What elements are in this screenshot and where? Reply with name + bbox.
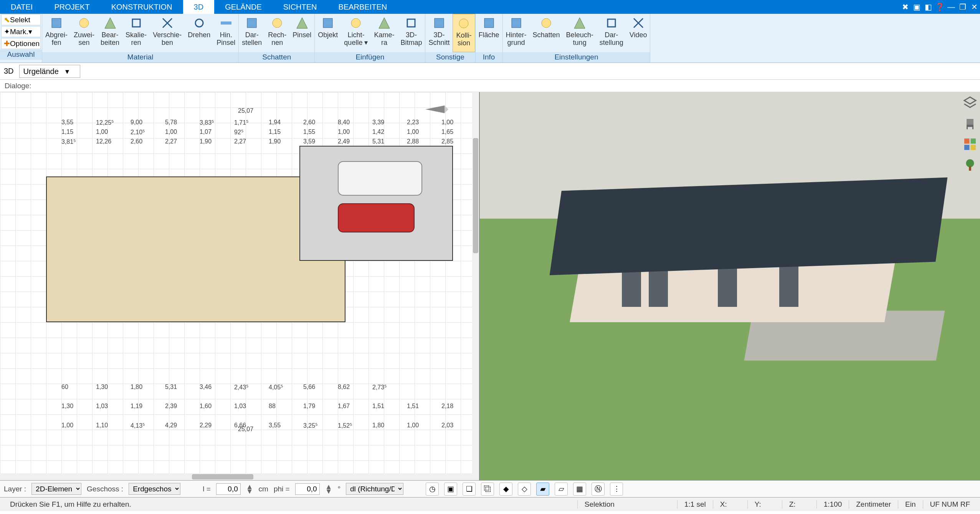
svg-rect-23 — [967, 125, 973, 127]
tree-icon[interactable] — [963, 158, 977, 172]
ribbon-icon — [295, 16, 309, 30]
floor-select[interactable]: Erdgeschos — [129, 483, 180, 495]
options-button[interactable]: ✚ Optionen — [1, 38, 41, 49]
dimension-label: 3,39 — [372, 119, 384, 126]
svg-point-1 — [79, 18, 89, 28]
dimension-label: 1,60 — [200, 403, 212, 410]
minimize-icon[interactable]: — — [945, 0, 957, 14]
view-mode-3[interactable]: ▰ — [536, 483, 549, 496]
floorplan-view[interactable]: 3,5512,25⁵9,005,783,83⁵1,71⁵1,942,608,40… — [0, 92, 480, 480]
ribbon-icon — [50, 16, 63, 30]
dimension-label: 2,27 — [234, 138, 246, 145]
ribbon-flche-button[interactable]: Fläche — [476, 14, 502, 52]
menu-tab-3d[interactable]: 3D — [183, 0, 215, 14]
camera-icon[interactable]: ▣ — [444, 483, 457, 496]
clock-icon[interactable]: ◷ — [426, 483, 439, 496]
svg-marker-18 — [574, 18, 585, 28]
tool-icon-1[interactable]: ✖ — [899, 0, 911, 14]
dimension-label: 4,05⁵ — [269, 384, 283, 391]
ribbon-group-info: Fläche Info — [476, 14, 503, 63]
dimension-label: 1,90 — [269, 138, 281, 145]
menu-tab-sichten[interactable]: SICHTEN — [273, 0, 328, 14]
menu-tab-bearbeiten[interactable]: BEARBEITEN — [328, 0, 398, 14]
mode-select[interactable]: dl (Richtung/Di — [346, 483, 403, 495]
ribbon-schatten-button[interactable]: Schatten — [530, 14, 563, 52]
more-icon[interactable]: ⋮ — [610, 483, 623, 496]
layer-select[interactable]: 2D-Elemen — [31, 483, 81, 495]
ribbon-abgreifen-button[interactable]: Abgrei- fen — [42, 14, 71, 52]
svg-point-14 — [459, 19, 468, 28]
status-unit: Zentimeter — [849, 500, 898, 509]
ribbon-icon — [270, 16, 284, 30]
length-unit: cm — [259, 485, 268, 493]
dimension-label: 2,10⁵ — [131, 128, 145, 136]
select-button[interactable]: ⬉ Selekt — [1, 14, 41, 25]
ribbon-objekt-button[interactable]: Objekt — [315, 14, 341, 52]
side-toolbar — [962, 96, 978, 172]
menu-tab-projekt[interactable]: PROJEKT — [43, 0, 100, 14]
ribbon-group-einstellungen: Hinter- grundSchattenBeleuch- tungDar- s… — [503, 14, 651, 63]
length-spinner[interactable]: ▲▼ — [246, 484, 253, 493]
ribbon-hinpinsel-button[interactable]: Hin. Pinsel — [213, 14, 238, 52]
restore-icon[interactable]: ❐ — [957, 0, 968, 14]
ribbon-dschnitt-button[interactable]: 3D- Schnitt — [425, 14, 453, 52]
ribbon-zuweisen-button[interactable]: Zuwei- sen — [71, 14, 98, 52]
phi-input[interactable] — [295, 483, 320, 495]
chair-icon[interactable] — [963, 117, 977, 130]
ribbon-darstellen-button[interactable]: Dar- stellen — [239, 14, 265, 52]
svg-rect-19 — [608, 19, 615, 27]
dimension-label: 1,19 — [131, 403, 142, 410]
dimension-label: 1,00 — [407, 422, 419, 429]
dimension-label: 25,07 — [238, 426, 253, 433]
ribbon-lichtquelle-button[interactable]: Licht- quelle ▾ — [341, 14, 371, 52]
ribbon-rechnen-button[interactable]: Rech- nen — [265, 14, 289, 52]
ribbon-icon — [482, 16, 496, 30]
3d-view[interactable] — [480, 92, 980, 480]
ribbon-label: Pinsel — [293, 31, 311, 39]
tool-icon-2[interactable]: ▣ — [911, 0, 922, 14]
ribbon-beleuchtung-button[interactable]: Beleuch- tung — [563, 14, 597, 52]
ribbon-label: Schatten — [533, 31, 560, 39]
hscrollbar[interactable] — [0, 473, 479, 480]
copy-icon[interactable]: ⿻ — [481, 483, 494, 496]
ribbon-hintergrund-button[interactable]: Hinter- grund — [503, 14, 530, 52]
help-icon[interactable]: ❓ — [934, 0, 945, 14]
close-icon[interactable]: ✕ — [968, 0, 980, 14]
compass-icon[interactable]: Ⓝ — [592, 483, 605, 496]
ribbon-skalieren-button[interactable]: Skalie- ren — [122, 14, 150, 52]
ribbon-label: Licht- quelle ▾ — [344, 31, 368, 47]
tool-icon-3[interactable]: ◧ — [922, 0, 934, 14]
dimension-label: 1,94 — [269, 119, 281, 126]
ribbon-bearbeiten-button[interactable]: Bear- beiten — [98, 14, 122, 52]
ribbon-kollision-button[interactable]: Kolli- sion — [453, 14, 475, 52]
length-input[interactable] — [216, 483, 241, 495]
view-mode-2[interactable]: ◇ — [518, 483, 531, 496]
dimension-label: 1,00 — [96, 128, 108, 135]
dimension-label: 1,07 — [200, 128, 212, 135]
menu-tab-gelaende[interactable]: GELÄNDE — [214, 0, 273, 14]
view-mode-4[interactable]: ▱ — [555, 483, 568, 496]
ribbon-dbitmap-button[interactable]: 3D- Bitmap — [397, 14, 425, 52]
ribbon-darstellung-button[interactable]: Dar- stellung — [597, 14, 626, 52]
ribbon-label: Video — [630, 31, 647, 39]
dimension-label: 3,59 — [303, 138, 315, 145]
mark-button[interactable]: ✦ Mark. ▾ — [1, 26, 41, 37]
menu-tab-datei[interactable]: DATEI — [0, 0, 43, 14]
ribbon-drehen-button[interactable]: Drehen — [185, 14, 213, 52]
selection-group-title: Auswahl — [0, 49, 42, 60]
ribbon-video-button[interactable]: Video — [626, 14, 650, 52]
grid-icon[interactable]: ▦ — [573, 483, 586, 496]
dimension-label: 2,43⁵ — [234, 384, 248, 391]
phi-spinner[interactable]: ▲▼ — [325, 484, 332, 493]
ribbon-verschieben-button[interactable]: Verschie- ben — [150, 14, 185, 52]
ribbon-label: Kolli- sion — [456, 32, 471, 47]
terrain-select[interactable]: Urgelände ▾ — [19, 65, 80, 78]
layers-icon[interactable] — [963, 96, 977, 110]
vscrollbar[interactable] — [472, 92, 479, 473]
view-mode-1[interactable]: ◆ — [499, 483, 512, 496]
ribbon-pinsel-button[interactable]: Pinsel — [289, 14, 314, 52]
ribbon-kamera-button[interactable]: Kame- ra — [371, 14, 397, 52]
palette-icon[interactable] — [963, 137, 977, 151]
stack-icon[interactable]: ❏ — [463, 483, 476, 496]
menu-tab-konstruktion[interactable]: KONSTRUKTION — [101, 0, 183, 14]
